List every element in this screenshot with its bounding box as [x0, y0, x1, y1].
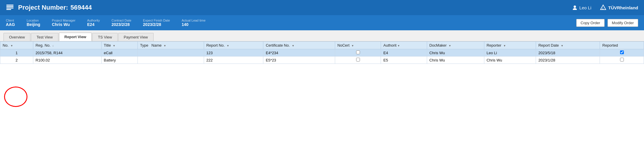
cell-report-no: 222	[204, 57, 263, 64]
cell-report-date: 2023/1/28	[536, 57, 600, 64]
contract-date-field: Contract Date 2023/2/28	[112, 19, 131, 27]
project-manager-label: Project Manager	[52, 19, 76, 22]
col-reported[interactable]: Reported	[600, 42, 644, 49]
cell-report-date: 2023/5/18	[536, 49, 600, 57]
cell-no-cert[interactable]	[335, 57, 381, 64]
reported-checkbox[interactable]	[620, 50, 624, 54]
cell-authority: E4	[381, 49, 427, 57]
col-no-cert[interactable]: NoCert ▼	[335, 42, 381, 49]
cell-reporter: Chris Wu	[484, 57, 536, 64]
expect-finish-field: Expect Finish Date 2023/2/28	[143, 19, 170, 27]
svg-rect-0	[6, 5, 13, 6]
tab-overview[interactable]: Overview	[4, 33, 30, 41]
col-report-no[interactable]: Report No. ▼	[204, 42, 263, 49]
client-label: Client	[6, 19, 15, 22]
tab-report-view[interactable]: Report View	[59, 33, 92, 41]
report-table: No. ▼ Reg. No. ↕ Title ▼ Type Name ▼ Rep…	[0, 41, 644, 64]
col-reporter[interactable]: Reporter ▼	[484, 42, 536, 49]
header-bar: Project Number: 569444 Leo Li △ TÜVRhein…	[0, 0, 644, 15]
cell-no: 2	[0, 57, 33, 64]
expect-finish-label: Expect Finish Date	[143, 19, 170, 22]
authority-value: E24	[87, 22, 100, 27]
authority-label: Authority	[87, 19, 100, 22]
col-no[interactable]: No. ▼	[0, 42, 33, 49]
actual-lead-field: Actual Lead time 140	[182, 19, 206, 27]
cell-authority: E5	[381, 57, 427, 64]
tab-ts-view[interactable]: TS View	[92, 33, 117, 41]
user-name: Leo Li	[579, 5, 591, 10]
authority-field: Authority E24	[87, 19, 100, 27]
table-row[interactable]: 12015/758, R144eCall123E4*234E4Chris WuL…	[0, 49, 644, 57]
user-icon	[572, 5, 577, 10]
cell-reporter: Leo Li	[484, 49, 536, 57]
cell-title: Battery	[101, 57, 137, 64]
copy-order-button[interactable]: Copy Order	[576, 19, 605, 27]
cell-certificate-no: E5*23	[263, 57, 335, 64]
tab-test-view[interactable]: Test View	[31, 33, 58, 41]
project-manager-field: Project Manager Chris Wu	[52, 19, 76, 27]
client-field: Client AAG	[6, 19, 15, 27]
col-type-name[interactable]: Type Name ▼	[137, 42, 204, 49]
col-reg-no[interactable]: Reg. No. ↕	[33, 42, 101, 49]
location-field: Location Beijing	[27, 19, 40, 27]
cell-reported[interactable]	[600, 57, 644, 64]
brand-logo: △ TÜVRheinland	[600, 4, 638, 11]
actual-lead-label: Actual Lead time	[182, 19, 206, 22]
cell-reported[interactable]	[600, 49, 644, 57]
svg-rect-3	[6, 9, 11, 10]
tabs-bar: Overview Test View Report View TS View P…	[0, 30, 644, 41]
cell-no: 1	[0, 49, 33, 57]
circle-annotation	[4, 87, 27, 107]
brand-name: TÜVRheinland	[608, 5, 638, 10]
svg-point-4	[574, 6, 576, 8]
col-authority[interactable]: Authorit▼	[381, 42, 427, 49]
tab-payment-view[interactable]: Payment View	[118, 33, 154, 41]
table-container: No. ▼ Reg. No. ↕ Title ▼ Type Name ▼ Rep…	[0, 41, 644, 64]
location-label: Location	[27, 19, 40, 22]
cell-doc-maker: Chris Wu	[427, 49, 484, 57]
project-number-value: 569444	[70, 4, 92, 11]
content-area: No. ▼ Reg. No. ↕ Title ▼ Type Name ▼ Rep…	[0, 41, 644, 64]
cell-reg-no: R100.02	[33, 57, 101, 64]
modify-order-button[interactable]: Modify Order	[608, 19, 638, 27]
col-title[interactable]: Title ▼	[101, 42, 137, 49]
sub-header: Client AAG Location Beijing Project Mana…	[0, 15, 644, 30]
cell-no-cert[interactable]	[335, 49, 381, 57]
no-cert-checkbox[interactable]	[356, 50, 360, 54]
expect-finish-value: 2023/2/28	[143, 22, 170, 27]
contract-date-label: Contract Date	[112, 19, 131, 22]
contract-date-value: 2023/2/28	[112, 22, 131, 27]
table-header-row: No. ▼ Reg. No. ↕ Title ▼ Type Name ▼ Rep…	[0, 42, 644, 49]
cell-certificate-no: E4*234	[263, 49, 335, 57]
actual-lead-value: 140	[182, 22, 206, 27]
app-logo-icon	[6, 3, 14, 12]
project-manager-value: Chris Wu	[52, 22, 76, 27]
svg-rect-2	[6, 8, 13, 8]
cell-reg-no: 2015/758, R144	[33, 49, 101, 57]
col-doc-maker[interactable]: DocMaker ▼	[427, 42, 484, 49]
location-value: Beijing	[27, 22, 40, 27]
client-value: AAG	[6, 22, 15, 27]
cell-type-name	[137, 49, 204, 57]
reported-checkbox[interactable]	[620, 58, 624, 61]
cell-type-name	[137, 57, 204, 64]
subheader-actions: Copy Order Modify Order	[576, 19, 638, 27]
cell-report-no: 123	[204, 49, 263, 57]
user-info: Leo Li	[572, 5, 591, 10]
svg-text:△: △	[602, 7, 604, 9]
svg-rect-1	[6, 6, 13, 7]
cell-doc-maker: Chris Wu	[427, 57, 484, 64]
no-cert-checkbox[interactable]	[356, 58, 360, 61]
table-row[interactable]: 2R100.02Battery222E5*23E5Chris WuChris W…	[0, 57, 644, 64]
col-certificate-no[interactable]: Certificate No. ▼	[263, 42, 335, 49]
cell-title: eCall	[101, 49, 137, 57]
tuv-logo-icon: △	[600, 4, 606, 11]
col-report-date[interactable]: Report Date ▼	[536, 42, 600, 49]
project-number-label: Project Number:	[18, 4, 68, 11]
